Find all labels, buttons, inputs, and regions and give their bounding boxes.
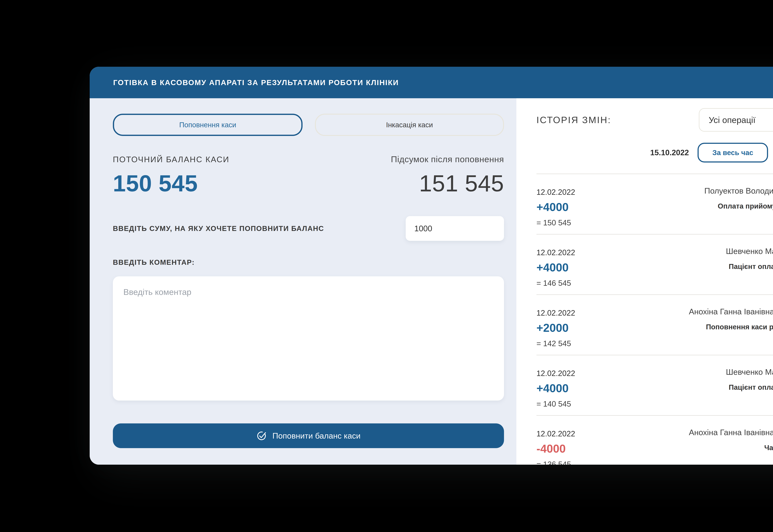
history-entry: 12.02.2022 +4000 = 146 545 Шевченко Мари… xyxy=(536,234,773,295)
entry-balance: = 150 545 xyxy=(536,218,571,227)
history-header: ІСТОРІЯ ЗМІН: Усі операції xyxy=(536,108,773,132)
history-list: 12.02.2022 +4000 = 150 545 Полуектов Вол… xyxy=(536,174,773,465)
entry-name: Шевченко Марина В'ячеславівна xyxy=(726,247,773,256)
operations-filter-dropdown[interactable]: Усі операції xyxy=(699,108,773,132)
history-entry: 12.02.2022 +4000 = 140 545 Шевченко Мари… xyxy=(536,355,773,416)
check-circle-icon xyxy=(256,431,267,441)
modal-header: ГОТІВКА В КАСОВОМУ АПАРАТІ ЗА РЕЗУЛЬТАТА… xyxy=(90,67,773,98)
entry-description: Пацієнт оплатив прийом готівкою xyxy=(729,262,773,271)
modal-body: Поповнення каси Інкасація каси ПОТОЧНИЙ … xyxy=(90,98,773,465)
current-balance-value: 150 545 xyxy=(113,171,198,196)
cash-register-modal: ГОТІВКА В КАСОВОМУ АПАРАТІ ЗА РЕЗУЛЬТАТА… xyxy=(90,67,773,465)
entry-name: Полуектов Володимир Олександрович xyxy=(704,186,773,195)
balance-values-row: 150 545 151 545 xyxy=(113,171,504,196)
entry-description: Пацієнт оплатив прийом готівкою xyxy=(729,383,773,391)
entry-name-text: Шевченко Марина В'ячеславівна xyxy=(726,247,773,256)
entry-balance: = 136 545 xyxy=(536,460,571,465)
topup-submit-label: Поповнити баланс каси xyxy=(273,431,361,440)
screen-backdrop: ГОТІВКА В КАСОВОМУ АПАРАТІ ЗА РЕЗУЛЬТАТА… xyxy=(0,0,773,532)
history-panel: ІСТОРІЯ ЗМІН: Усі операції 15.10.2022 За… xyxy=(516,98,773,465)
amount-input[interactable] xyxy=(406,216,504,241)
entry-name-text: Анохіна Ганна Іванівна; администратор xyxy=(689,307,773,316)
history-entry: 12.02.2022 -4000 = 136 545 Анохіна Ганна… xyxy=(536,416,773,465)
entry-date: 12.02.2022 xyxy=(536,188,575,197)
entry-amount: +4000 xyxy=(536,382,568,395)
amount-input-label: ВВЕДІТЬ СУМУ, НА ЯКУ ХОЧЕТЕ ПОПОВНИТИ БА… xyxy=(113,224,324,233)
topup-submit-button[interactable]: Поповнити баланс каси xyxy=(113,423,504,448)
entry-name-text: Полуектов Володимир Олександрович xyxy=(704,186,773,195)
balance-labels-row: ПОТОЧНИЙ БАЛАНС КАСИ Підсумок після попо… xyxy=(113,154,504,164)
history-title: ІСТОРІЯ ЗМІН: xyxy=(536,115,611,125)
entry-amount: +4000 xyxy=(536,201,568,214)
entry-date: 12.02.2022 xyxy=(536,308,575,317)
history-entry: 12.02.2022 +2000 = 142 545 Анохіна Ганна… xyxy=(536,295,773,355)
current-balance-label: ПОТОЧНИЙ БАЛАНС КАСИ xyxy=(113,155,230,164)
entry-name-text: Анохіна Ганна Іванівна; администратор xyxy=(689,428,773,437)
after-topup-value: 151 545 xyxy=(419,171,504,196)
amount-row: ВВЕДІТЬ СУМУ, НА ЯКУ ХОЧЕТЕ ПОПОВНИТИ БА… xyxy=(113,216,504,241)
entry-amount: -4000 xyxy=(536,442,566,455)
date-filter-row: 15.10.2022 За весь час Вибрати дату xyxy=(536,143,773,163)
operation-tabs: Поповнення каси Інкасація каси xyxy=(113,114,504,136)
tab-collection[interactable]: Інкасація каси xyxy=(315,114,504,136)
filter-date-label: 15.10.2022 xyxy=(650,148,689,157)
topup-panel: Поповнення каси Інкасація каси ПОТОЧНИЙ … xyxy=(90,98,516,465)
entry-description: Часткова інкасація каси xyxy=(764,443,773,452)
entry-date: 12.02.2022 xyxy=(536,429,575,438)
entry-name-text: Шевченко Марина В'ячеславівна xyxy=(726,367,773,377)
entry-date: 12.02.2022 xyxy=(536,248,575,257)
all-time-button[interactable]: За весь час xyxy=(698,143,768,163)
entry-description: Поповнення каси розмінними купюрами xyxy=(706,323,773,331)
tab-topup[interactable]: Поповнення каси xyxy=(113,114,303,136)
after-topup-label: Підсумок після поповнення xyxy=(391,154,504,164)
comment-label: ВВЕДІТЬ КОМЕНТАР: xyxy=(113,258,504,266)
entry-amount: +4000 xyxy=(536,261,568,274)
modal-title: ГОТІВКА В КАСОВОМУ АПАРАТІ ЗА РЕЗУЛЬТАТА… xyxy=(113,78,399,87)
entry-date: 12.02.2022 xyxy=(536,369,575,378)
entry-name: Анохіна Ганна Іванівна; администратор ★ xyxy=(689,428,773,437)
comment-textarea[interactable] xyxy=(113,276,504,401)
entry-balance: = 146 545 xyxy=(536,279,571,288)
entry-amount: +2000 xyxy=(536,321,568,334)
entry-balance: = 140 545 xyxy=(536,399,571,408)
entry-description: Оплата прийому змішаним платежем xyxy=(718,202,773,210)
entry-name: Анохіна Ганна Іванівна; администратор ★ xyxy=(689,307,773,316)
operations-filter-value: Усі операції xyxy=(709,115,756,125)
history-entry: 12.02.2022 +4000 = 150 545 Полуектов Вол… xyxy=(536,174,773,234)
entry-name: Шевченко Марина В'ячеславівна xyxy=(726,367,773,377)
entry-balance: = 142 545 xyxy=(536,339,571,348)
